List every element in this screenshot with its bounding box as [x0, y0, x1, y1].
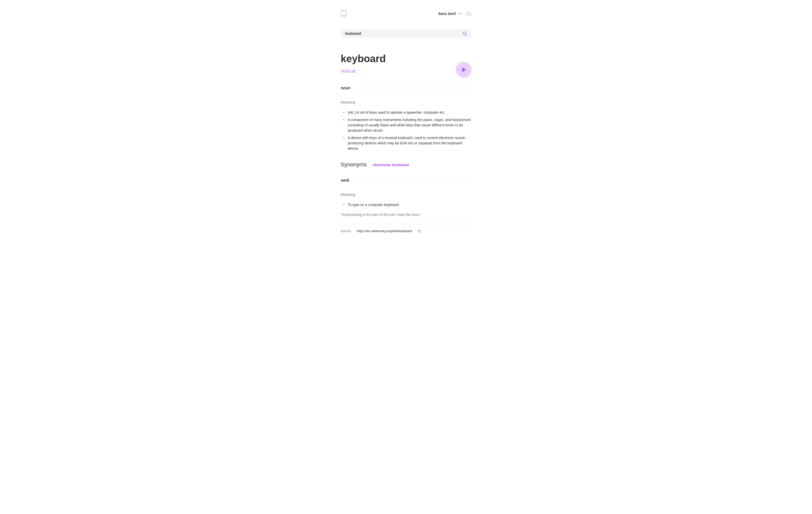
play-audio-button[interactable]	[456, 62, 471, 78]
part-of-speech-row: verb	[341, 178, 471, 183]
meanings-list: To type on a computer keyboard.	[341, 202, 471, 208]
list-item: A component of many instruments includin…	[348, 117, 471, 133]
list-item: (etc.) A set of keys used to operate a t…	[348, 110, 471, 115]
list-item: To type on a computer keyboard.	[348, 202, 471, 208]
search-input[interactable]	[345, 31, 463, 35]
word-header: keyboard /ˈkiːbɔːd/	[341, 53, 471, 73]
pronunciation: /ˈkiːbɔːd/	[341, 69, 471, 73]
chevron-down-icon	[458, 13, 461, 14]
word-title: keyboard	[341, 53, 471, 64]
synonym-link[interactable]: electronic keyboard	[373, 162, 409, 167]
divider	[356, 88, 471, 88]
source-label: Source	[341, 229, 351, 233]
font-selector[interactable]: Sans Serif	[438, 12, 461, 16]
topbar: Sans Serif	[341, 10, 471, 17]
part-of-speech-row: noun	[341, 86, 471, 90]
divider	[354, 180, 471, 181]
search-icon[interactable]	[463, 31, 467, 35]
topbar-controls: Sans Serif	[438, 11, 471, 16]
play-icon	[462, 67, 466, 72]
font-selector-label: Sans Serif	[438, 12, 456, 16]
moon-icon	[466, 11, 471, 16]
part-of-speech-label: verb	[341, 178, 349, 183]
example-sentence: "Keyboarding is the part of this job I h…	[341, 213, 471, 217]
meaning-heading: Meaning	[341, 192, 471, 196]
external-link-icon	[418, 230, 421, 233]
source-link[interactable]: https://en.wiktionary.org/wiki/keyboard	[357, 229, 412, 233]
list-item: A device with keys of a musical keyboard…	[348, 135, 471, 151]
svg-line-1	[466, 34, 467, 35]
theme-toggle[interactable]	[466, 11, 471, 16]
searchbar[interactable]	[341, 29, 471, 38]
source-row: Source https://en.wiktionary.org/wiki/ke…	[341, 224, 471, 233]
synonyms-heading: Synonyms	[341, 161, 367, 168]
synonyms-row: Synonyms electronic keyboard	[341, 161, 471, 168]
meanings-list: (etc.) A set of keys used to operate a t…	[341, 110, 471, 151]
part-of-speech-label: noun	[341, 86, 351, 90]
app-logo[interactable]	[341, 10, 347, 17]
book-icon	[341, 10, 346, 16]
meaning-heading: Meaning	[341, 100, 471, 104]
